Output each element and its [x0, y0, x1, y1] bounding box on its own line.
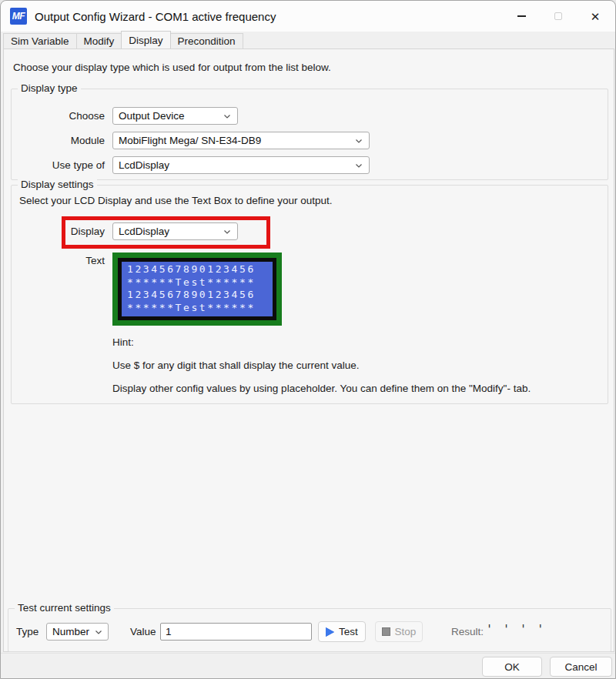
- text-label: Text: [12, 255, 105, 266]
- minimize-button[interactable]: [503, 1, 540, 32]
- close-button[interactable]: ✕: [577, 1, 614, 32]
- display-type-legend: Display type: [18, 82, 81, 94]
- mobiflight-app-icon: MF: [10, 8, 27, 25]
- chevron-down-icon: [223, 227, 232, 236]
- lcd-line: ******Test******: [127, 302, 267, 315]
- hint-line-1: Use $ for any digit that shall display t…: [112, 360, 359, 371]
- hint-line-2: Display other config values by using pla…: [112, 383, 531, 394]
- display-label: Display: [12, 226, 105, 237]
- choose-value: Output Device: [119, 110, 185, 122]
- lcd-line: 1234567890123456: [127, 289, 267, 302]
- type-select[interactable]: Number: [46, 623, 109, 641]
- cancel-button-label: Cancel: [564, 661, 597, 673]
- tab-bar: Sim Variable Modify Display Precondition: [3, 32, 243, 48]
- use-type-label: Use type of: [12, 159, 105, 171]
- lcd-preview: 1234567890123456******Test******12345678…: [112, 253, 282, 326]
- cancel-button[interactable]: Cancel: [550, 657, 612, 677]
- lcd-line: 1234567890123456: [127, 263, 267, 276]
- chevron-down-icon: [223, 112, 232, 121]
- play-icon: [326, 627, 334, 637]
- lcd-line: ******Test******: [127, 276, 267, 289]
- chevron-down-icon: [354, 161, 363, 170]
- maximize-icon: [554, 12, 562, 20]
- display-settings-group: Display settings Select your LCD Display…: [11, 185, 608, 404]
- tab-modify[interactable]: Modify: [76, 33, 122, 48]
- result-label: Result:: [451, 626, 484, 637]
- result-value: ' ' ' ': [486, 623, 545, 637]
- test-settings-group: Test current settings Type Number Value …: [8, 608, 611, 652]
- module-label: Module: [12, 135, 105, 146]
- choose-label: Choose: [12, 110, 105, 122]
- display-settings-legend: Display settings: [18, 179, 97, 190]
- test-button[interactable]: Test: [318, 621, 366, 642]
- stop-icon: [382, 627, 390, 636]
- lcd-text-box[interactable]: 1234567890123456******Test******12345678…: [122, 262, 273, 316]
- chevron-down-icon: [94, 627, 103, 637]
- close-icon: ✕: [591, 11, 601, 22]
- type-value: Number: [52, 626, 89, 637]
- display-type-group: Display type Choose Output Device Module…: [11, 89, 608, 180]
- intro-text: Choose your display type which is used f…: [13, 62, 331, 73]
- display-value: LcdDisplay: [119, 226, 169, 237]
- ok-button[interactable]: OK: [482, 657, 542, 677]
- titlebar: MF Output Config Wizard - COM1 active fr…: [1, 1, 615, 32]
- window-title: Output Config Wizard - COM1 active frequ…: [35, 10, 276, 23]
- type-label: Type: [16, 626, 38, 637]
- use-type-select[interactable]: LcdDisplay: [112, 156, 370, 174]
- value-input[interactable]: [160, 623, 312, 641]
- output-config-wizard-window: MF Output Config Wizard - COM1 active fr…: [0, 0, 616, 679]
- use-type-value: LcdDisplay: [119, 159, 169, 171]
- app-icon-text: MF: [12, 11, 25, 22]
- ok-button-label: OK: [504, 661, 520, 673]
- display-tab-page: Choose your display type which is used f…: [3, 48, 614, 652]
- minimize-icon: [517, 15, 526, 16]
- tab-display[interactable]: Display: [121, 31, 170, 48]
- stop-button: Stop: [375, 621, 423, 642]
- window-controls: ✕: [503, 1, 614, 32]
- display-select[interactable]: LcdDisplay: [112, 222, 238, 240]
- footer-bar: OK Cancel: [1, 653, 615, 679]
- display-settings-instruction: Select your LCD Display and use the Text…: [19, 195, 332, 206]
- stop-button-label: Stop: [395, 626, 417, 637]
- module-select[interactable]: MobiFlight Mega/ SN-E34-DB9: [112, 132, 370, 149]
- choose-select[interactable]: Output Device: [112, 107, 238, 125]
- hint-title: Hint:: [112, 336, 134, 348]
- test-button-label: Test: [339, 626, 358, 637]
- test-settings-legend: Test current settings: [15, 602, 114, 614]
- tab-precondition[interactable]: Precondition: [170, 33, 243, 48]
- value-label: Value: [130, 626, 156, 637]
- module-value: MobiFlight Mega/ SN-E34-DB9: [119, 135, 261, 146]
- tab-sim-variable[interactable]: Sim Variable: [3, 33, 77, 48]
- maximize-button: [540, 1, 577, 32]
- chevron-down-icon: [354, 136, 363, 146]
